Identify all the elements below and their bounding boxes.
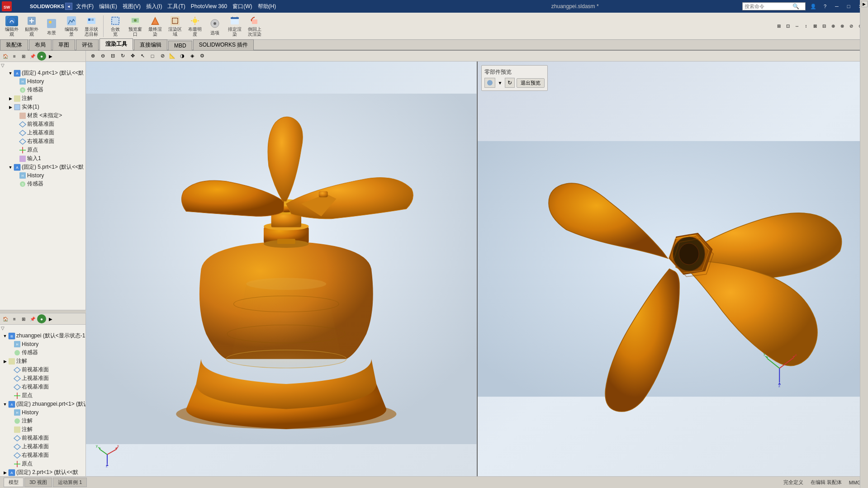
expand-fixed-zhuangpei[interactable]: ▼ (2, 401, 8, 407)
nav-back-btn[interactable]: ◄ (65, 3, 72, 10)
expand-sensor-3[interactable] (7, 350, 14, 356)
expand-fixed-2prt[interactable]: ▶ (2, 469, 8, 476)
expand-origin-3[interactable] (7, 393, 14, 399)
menu-help[interactable]: 帮助(H) (255, 3, 279, 10)
tree-item-fixed-zhuangpei[interactable]: ▼ A (固定) zhuangpei.prt<1> (默认 (0, 400, 85, 408)
tree-item-front-plane-1[interactable]: 前视基准面 (0, 120, 85, 128)
revert-render-button[interactable]: 倒回上次渲染 (245, 14, 265, 38)
tree-item-fixed-5prt[interactable]: ▼ A (固定) 5.prt<1> (默认<<默 (0, 163, 85, 171)
tab-render[interactable]: 渲染工具 (100, 38, 133, 50)
expand-history-4[interactable] (7, 409, 14, 416)
tree-item-note-3[interactable]: ▶ 注解 (0, 357, 85, 365)
attach-appearance-button[interactable]: 贴附外观 (22, 14, 42, 38)
vp-rotate[interactable]: ↻ (118, 52, 128, 61)
menu-view[interactable]: 视图(V) (120, 3, 143, 10)
tree-item-fixed-4prt[interactable]: ▼ A (固定) 4.prt<1> (默认<<默 (0, 69, 85, 77)
expand-note-1[interactable]: ▶ (7, 95, 14, 102)
tree-item-note-1[interactable]: ▶ 注解 (0, 94, 85, 103)
composite-button[interactable]: 合效览 (105, 14, 125, 38)
expand-sensor-2[interactable] (13, 181, 19, 187)
tree-item-solid-1[interactable]: ▶ 实体(1) (0, 103, 85, 111)
tree-item-top-plane-4[interactable]: 上视基准面 (0, 442, 85, 451)
user-icon[interactable]: 👤 (807, 2, 819, 11)
tab-layout[interactable]: 布局 (29, 39, 52, 50)
tab-direct-edit[interactable]: 直接编辑 (134, 39, 167, 50)
preview-icon-btn[interactable] (484, 78, 495, 88)
expand-front-plane-1[interactable] (13, 121, 19, 128)
expand-top-plane-3[interactable] (7, 375, 14, 382)
vp-view[interactable]: □ (147, 52, 157, 61)
lower-tree-expand-btn[interactable]: ▶ (46, 314, 55, 323)
expand-solid-1[interactable]: ▶ (7, 104, 14, 110)
vp-render[interactable]: ◑ (177, 52, 187, 61)
tree-item-sensor-1[interactable]: S 传感器 (0, 85, 85, 94)
render-region-button[interactable]: 渲染区域 (165, 14, 185, 38)
tab-mbd[interactable]: MBD (168, 41, 192, 50)
right-viewport[interactable]: 零部件预览 ▼ ↻ 退出预览 (478, 62, 868, 476)
expand-history-3[interactable] (7, 341, 14, 347)
brightness-button[interactable]: 布最明度 (185, 14, 205, 38)
search-input[interactable] (743, 4, 792, 9)
tree-list-btn[interactable]: ≡ (10, 52, 19, 61)
maximize-button[interactable]: □ (843, 2, 854, 11)
tree-component-btn[interactable]: ⊞ (19, 52, 28, 61)
right-tool-4[interactable]: ↕ (802, 22, 810, 30)
expand-note-4[interactable] (7, 426, 14, 433)
expand-origin-4[interactable] (7, 461, 14, 467)
tree-item-note-4[interactable]: 注解 (0, 425, 85, 434)
expand-history-2[interactable] (13, 172, 19, 179)
tree-item-sensor-2[interactable]: S 传感器 (0, 180, 85, 188)
menu-window[interactable]: 窗口(W) (230, 3, 255, 10)
tree-item-history-1[interactable]: H History (0, 77, 85, 85)
vp-fit[interactable]: ⊟ (108, 52, 118, 61)
schedule-render-button[interactable]: 排定渲染 (225, 14, 245, 38)
expand-right-plane-3[interactable] (7, 384, 14, 390)
expand-right-plane-1[interactable] (13, 138, 19, 145)
lower-tree-color-btn[interactable]: ● (37, 314, 46, 323)
tree-item-front-plane-3[interactable]: 前视基准面 (0, 365, 85, 374)
menu-edit[interactable]: 编辑(E) (96, 3, 120, 10)
expand-material-1[interactable] (13, 113, 19, 119)
tree-item-origin-4[interactable]: 原点 (0, 460, 85, 468)
lower-tree-list-btn[interactable]: ≡ (10, 314, 19, 323)
minimize-button[interactable]: ─ (831, 2, 843, 11)
tree-item-origin-3[interactable]: 层点 (0, 391, 85, 400)
tree-pin-btn[interactable]: 📌 (28, 52, 37, 61)
expand-note-3[interactable]: ▶ (2, 358, 8, 365)
tab-evaluate[interactable]: 评估 (76, 39, 99, 50)
scene-button[interactable]: 布景 (42, 14, 62, 38)
menu-insert[interactable]: 插入(I) (143, 3, 165, 10)
upper-feature-tree-list[interactable]: ▼ A (固定) 4.prt<1> (默认<<默 H History S 传感器… (0, 69, 85, 310)
tree-item-right-plane-1[interactable]: 右视基准面 (0, 137, 85, 146)
expand-fixed-4prt[interactable]: ▼ (7, 70, 14, 76)
expand-right-plane-4[interactable] (7, 452, 14, 459)
status-tab-model[interactable]: 模型 (4, 478, 24, 487)
tree-item-top-plane-1[interactable]: 上视基准面 (0, 128, 85, 137)
expand-history-1[interactable] (13, 78, 19, 85)
preview-window-button[interactable]: 预览窗口 (125, 14, 145, 38)
preview-refresh-btn[interactable]: ↻ (505, 78, 515, 88)
expand-top-plane-1[interactable] (13, 130, 19, 136)
tree-item-front-plane-4[interactable]: 前视基准面 (0, 434, 85, 442)
vp-zoom-out[interactable]: ⊖ (98, 52, 108, 61)
expand-front-plane-3[interactable] (7, 367, 14, 373)
status-tab-3dview[interactable]: 3D 视图 (24, 478, 52, 487)
tree-item-import-1[interactable]: 输入1 (0, 154, 85, 163)
edit-appearance-button[interactable]: 编辑外观 (2, 14, 22, 38)
menu-file[interactable]: 文件(F) (73, 3, 96, 10)
expand-import-1[interactable] (13, 156, 19, 162)
tree-expand-btn[interactable]: ▶ (46, 52, 55, 61)
expand-origin-1[interactable] (13, 147, 19, 153)
lower-tree-comp-btn[interactable]: ⊞ (19, 314, 28, 323)
search-icon[interactable]: 🔍 (792, 3, 799, 9)
edit-scene-button[interactable]: 编辑布景 (62, 14, 81, 38)
lower-feature-tree-list[interactable]: ▼ ⊞ zhuangpei (默认<显示状态-1< H History 传感器 … (0, 332, 85, 476)
options-button[interactable]: 选项 (205, 14, 225, 38)
expand-zhuangpei[interactable]: ▼ (2, 333, 8, 339)
expand-fixed-5prt[interactable]: ▼ (7, 164, 14, 171)
tab-sketch[interactable]: 草图 (52, 39, 75, 50)
tree-item-right-plane-3[interactable]: 右视基准面 (0, 383, 85, 391)
right-tool-1[interactable]: ⊞ (775, 22, 783, 30)
right-tool-6[interactable]: ⊟ (820, 22, 828, 30)
right-tool-8[interactable]: ⊗ (838, 22, 846, 30)
